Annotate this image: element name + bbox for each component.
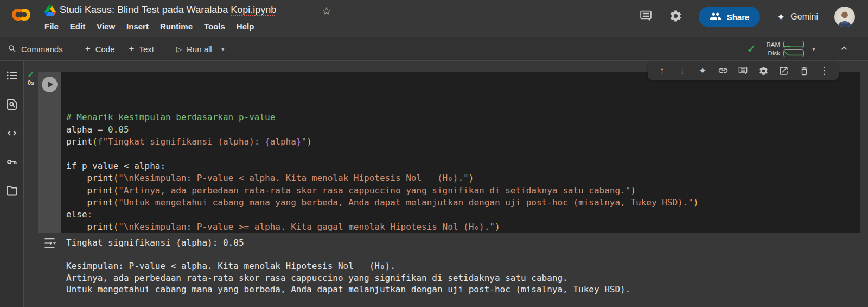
add-code-label: Code	[95, 45, 115, 54]
code-line	[66, 148, 860, 160]
add-text-label: Text	[139, 45, 154, 54]
run-cell-button[interactable]	[42, 77, 58, 92]
chevron-down-icon[interactable]: ▾	[221, 45, 225, 53]
toolbar-divider	[74, 42, 74, 56]
add-text-button[interactable]: + Text	[129, 43, 154, 54]
output-toggle-icon[interactable]	[42, 236, 57, 253]
gemini-label: Gemini	[790, 12, 818, 22]
notebook-content: ✓ 0s # Menarik kesimpulan berdasarkan p-…	[0, 61, 868, 307]
toolbar-right: ✓ RAM Disk ▾	[747, 41, 868, 57]
mirror-cell-icon[interactable]	[778, 66, 790, 76]
notebook-title-flagged: Kopi.ipynb	[231, 4, 276, 15]
files-folder-icon[interactable]	[5, 184, 18, 197]
avatar[interactable]	[834, 7, 855, 27]
code-line: else:	[66, 209, 860, 221]
move-cell-up-icon[interactable]: ↑	[656, 65, 668, 77]
menu-file[interactable]: File	[44, 22, 59, 31]
code-line: print("Untuk mengetahui cabang mana yang…	[66, 197, 860, 209]
settings-gear-icon[interactable]	[669, 9, 682, 25]
plus-icon: +	[85, 43, 91, 54]
menu-edit[interactable]: Edit	[70, 22, 85, 31]
code-line: print("\nKesimpulan: P-value >= alpha. K…	[66, 221, 860, 233]
secrets-key-icon[interactable]	[5, 155, 18, 168]
search-icon	[8, 44, 16, 54]
cell-gutter	[38, 72, 61, 233]
app-header: Studi Kasus: Blind Test pada Waralaba Ko…	[0, 0, 868, 37]
cell-toolbar: ↑ ↓ ✦	[648, 61, 839, 80]
share-button[interactable]: Share	[699, 7, 761, 27]
code-snippets-icon[interactable]	[5, 127, 18, 140]
commands-button[interactable]: Commands	[8, 44, 63, 54]
add-comment-icon[interactable]	[737, 66, 749, 76]
drive-icon	[44, 5, 56, 18]
execution-time: 0s	[23, 79, 39, 86]
notebook-title[interactable]: Studi Kasus: Blind Test pada Waralaba Ko…	[60, 4, 276, 16]
notebook-toolbar: Commands + Code + Text ▷ Run all ▾ ✓ RAM…	[0, 37, 868, 61]
commands-label: Commands	[21, 45, 63, 54]
toolbar-divider	[165, 42, 165, 56]
delete-cell-icon[interactable]	[798, 66, 810, 76]
comments-icon[interactable]	[639, 9, 653, 25]
code-line: print(f"Tingkat signifikansi (alpha): {a…	[66, 136, 860, 148]
disk-sparkline	[783, 49, 804, 57]
output-text: Tingkat signifikansi (alpha): 0.05 Kesim…	[66, 233, 860, 296]
header-actions: Share ✦ Gemini	[639, 5, 855, 28]
ram-label: RAM	[764, 41, 780, 48]
menu-bar: FileEditViewInsertRuntimeToolsHelp	[44, 22, 254, 31]
disk-row: Disk	[764, 49, 804, 57]
colab-logo-icon[interactable]	[7, 4, 36, 26]
find-replace-icon[interactable]	[5, 98, 18, 111]
star-icon[interactable]: ☆	[322, 4, 331, 17]
share-button-label: Share	[727, 12, 750, 22]
code-cell: # Menarik kesimpulan berdasarkan p-value…	[38, 72, 860, 233]
left-sidebar	[0, 61, 24, 307]
gemini-button[interactable]: ✦ Gemini	[776, 11, 818, 23]
gemini-sparkle-icon[interactable]: ✦	[697, 65, 709, 77]
code-line: if p_value < alpha:	[66, 160, 860, 172]
collapse-toolbar-icon[interactable]	[839, 43, 850, 55]
resource-monitor[interactable]: RAM Disk	[764, 41, 804, 57]
menu-insert[interactable]: Insert	[126, 22, 149, 31]
menu-runtime[interactable]: Runtime	[160, 22, 193, 31]
execution-indicator: ✓ 0s	[23, 70, 39, 86]
execution-check-icon: ✓	[23, 70, 39, 79]
code-line: print("\nKesimpulan: P-value < alpha. Ki…	[66, 172, 860, 184]
copy-link-icon[interactable]	[717, 65, 729, 76]
gemini-sparkle-icon: ✦	[776, 11, 785, 23]
menu-help[interactable]: Help	[237, 22, 254, 31]
table-of-contents-icon[interactable]	[5, 69, 18, 82]
code-line: print("Artinya, ada perbedaan rata-rata …	[66, 185, 860, 197]
more-options-icon[interactable]: ⋮	[819, 65, 831, 77]
run-all-label: Run all	[187, 45, 212, 54]
move-cell-down-icon[interactable]: ↓	[676, 65, 688, 77]
ram-row: RAM	[764, 41, 804, 48]
add-code-button[interactable]: + Code	[85, 43, 115, 54]
toolbar-divider	[827, 42, 827, 56]
connected-check-icon: ✓	[747, 43, 756, 55]
cell-output: Tingkat signifikansi (alpha): 0.05 Kesim…	[38, 233, 860, 296]
notebook-title-text: Studi Kasus: Blind Test pada Waralaba	[60, 4, 231, 15]
code-lines: # Menarik kesimpulan berdasarkan p-value…	[66, 111, 860, 233]
disk-label: Disk	[764, 50, 780, 57]
chevron-down-icon[interactable]: ▾	[812, 45, 815, 53]
column-ruler	[484, 72, 484, 233]
plus-icon: +	[129, 43, 135, 54]
run-all-button[interactable]: ▷ Run all ▾	[176, 45, 225, 54]
people-icon	[710, 10, 722, 24]
menu-tools[interactable]: Tools	[204, 22, 225, 31]
code-editor[interactable]: # Menarik kesimpulan berdasarkan p-value…	[61, 72, 860, 233]
cell-settings-gear-icon[interactable]	[757, 66, 769, 76]
run-play-icon: ▷	[176, 45, 182, 53]
menu-view[interactable]: View	[97, 22, 115, 31]
code-line: # Menarik kesimpulan berdasarkan p-value	[66, 111, 860, 123]
ram-sparkline	[783, 41, 804, 48]
code-line: alpha = 0.05	[66, 124, 860, 136]
